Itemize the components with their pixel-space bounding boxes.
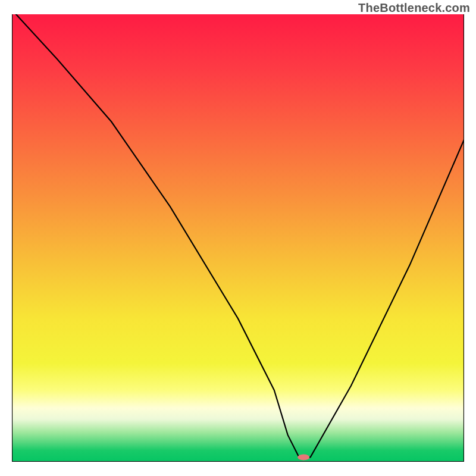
plot-area [12,14,464,462]
optimal-point-marker [298,454,309,460]
chart-container: TheBottleneck.com [0,0,476,476]
watermark-text: TheBottleneck.com [358,1,470,15]
bottleneck-chart [12,14,464,462]
chart-background-gradient [12,14,464,462]
